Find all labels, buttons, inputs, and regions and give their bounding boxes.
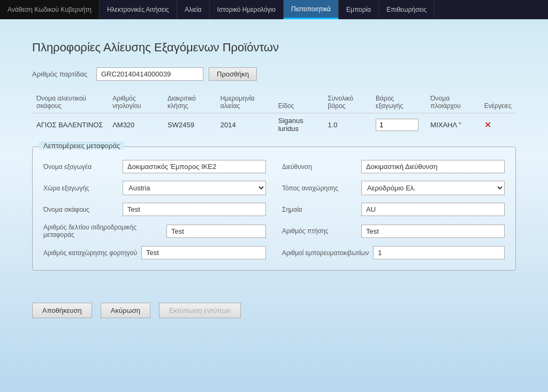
- nav-item-trade[interactable]: Εμπορία: [339, 0, 379, 19]
- flag-row: Σημαία: [282, 203, 505, 216]
- print-button[interactable]: Εκτύπωση εντύπων: [159, 303, 241, 318]
- registration-number-label: Αριθμός καταχώρησης φορτηγού: [43, 249, 137, 257]
- departure-place-row: Τόπος αναχώρησης Αεροδρόμιο Ελ. Λιμάνι Σ…: [282, 181, 505, 195]
- transport-section: Λεπτομέρειες μεταφοράς Όνομα εξαγωγέα Δι…: [32, 147, 516, 271]
- exporter-row: Όνομα εξαγωγέα: [43, 160, 266, 173]
- flag-input[interactable]: [361, 203, 505, 216]
- vessel-name-row: Όνομα σκάφους: [43, 203, 266, 216]
- export-country-select[interactable]: Austria Germany France Italy Greece: [123, 181, 265, 195]
- exporter-input[interactable]: [123, 160, 266, 173]
- nav-item-certificates[interactable]: Πιστοποιητικά: [284, 0, 339, 19]
- data-table: Όνομα αλιευτικού σκάφους Αριθμός νηολογί…: [32, 91, 516, 136]
- delete-icon[interactable]: ✕: [484, 120, 491, 129]
- exporter-label: Όνομα εξαγωγέα: [43, 163, 118, 171]
- container-count-input[interactable]: [373, 246, 505, 259]
- cell-total-weight: 1.0: [324, 113, 372, 136]
- cell-export-weight[interactable]: [371, 113, 426, 136]
- table-row: ΑΓΙΟΣ ΒΑΛΕΝΤΙΝΟΣ ΛΜ320 SW2459 2014 Sigan…: [32, 113, 516, 136]
- nav-item-electronic[interactable]: Ηλεκτρονικές Αιτήσεις: [100, 0, 177, 19]
- vessel-name-input[interactable]: [123, 203, 266, 216]
- add-button[interactable]: Προσθήκη: [209, 67, 257, 81]
- cell-date: 2014: [216, 113, 274, 136]
- container-count-label: Αριθμοί εμπορευματοκιβωτίων: [282, 249, 369, 257]
- railway-ticket-label: Αριθμός δελτίου σιδηροδρομικής μεταφοράς: [43, 224, 162, 239]
- departure-place-label: Τόπος αναχώρησης: [282, 185, 357, 192]
- cell-registry: ΛΜ320: [108, 113, 163, 136]
- page-title: Πληροφορίες Αλίευσης Εξαγόμενων Προϊόντω…: [32, 41, 516, 55]
- col-registry: Αριθμός νηολογίου: [108, 91, 163, 113]
- col-actions: Ενέργειες: [480, 91, 516, 113]
- col-total-weight: Συνολικό βάρος: [324, 91, 372, 113]
- main-content: Πληροφορίες Αλίευσης Εξαγόμενων Προϊόντω…: [0, 19, 548, 340]
- cell-captain: ΜΙΧΑΗΛ '': [426, 113, 480, 136]
- nav-item-inspections[interactable]: Επιθεωρήσεις: [379, 0, 435, 19]
- col-date: Ημερομηνία αλιείας: [216, 91, 274, 113]
- export-country-row: Χώρα εξαγωγής Austria Germany France Ita…: [43, 181, 266, 195]
- cell-callsign: SW2459: [163, 113, 216, 136]
- export-weight-input[interactable]: [376, 119, 418, 131]
- registration-number-input[interactable]: [141, 246, 266, 259]
- section-legend: Λεπτομέρειες μεταφοράς: [39, 142, 124, 150]
- railway-ticket-row: Αριθμός δελτίου σιδηροδρομικής μεταφοράς: [43, 224, 266, 239]
- flight-number-input[interactable]: [361, 225, 505, 238]
- export-country-select-wrapper: Austria Germany France Italy Greece: [123, 181, 266, 195]
- vessel-name-label: Όνομα σκάφους: [43, 206, 118, 213]
- address-input[interactable]: [361, 160, 505, 173]
- container-count-row: Αριθμοί εμπορευματοκιβωτίων: [282, 246, 505, 259]
- nav-item-fishing[interactable]: Αλιεία: [177, 0, 210, 19]
- nav-item-admin[interactable]: Ανάθεση Κωδικού Κυβερνήτη: [0, 0, 100, 19]
- address-label: Διεύθυνση: [282, 163, 357, 171]
- cancel-button[interactable]: Ακύρωση: [101, 303, 150, 318]
- col-captain: Όνομα πλοιάρχου: [426, 91, 480, 113]
- navbar: Ανάθεση Κωδικού Κυβερνήτη Ηλεκτρονικές Α…: [0, 0, 548, 19]
- flight-number-label: Αριθμός πτήσης: [282, 227, 357, 235]
- table-header-row: Όνομα αλιευτικού σκάφους Αριθμός νηολογί…: [32, 91, 516, 113]
- batch-label: Αριθμός παρτίδας: [32, 70, 91, 78]
- col-vessel: Όνομα αλιευτικού σκάφους: [32, 91, 108, 113]
- departure-place-select-wrapper: Αεροδρόμιο Ελ. Λιμάνι Σιδηροδρομικός Στα…: [361, 181, 505, 195]
- registration-number-row: Αριθμός καταχώρησης φορτηγού: [43, 246, 266, 259]
- flag-label: Σημαία: [282, 206, 357, 213]
- flight-number-row: Αριθμός πτήσης: [282, 224, 505, 239]
- export-country-label: Χώρα εξαγωγής: [43, 185, 118, 192]
- batch-input[interactable]: [96, 67, 203, 81]
- col-species: Είδος: [274, 91, 324, 113]
- address-row: Διεύθυνση: [282, 160, 505, 173]
- cell-vessel: ΑΓΙΟΣ ΒΑΛΕΝΤΙΝΟΣ: [32, 113, 108, 136]
- departure-place-select[interactable]: Αεροδρόμιο Ελ. Λιμάνι Σιδηροδρομικός Στα…: [362, 181, 504, 195]
- bottom-bar: Αποθήκευση Ακύρωση Εκτύπωση εντύπων: [32, 297, 516, 318]
- batch-row: Αριθμός παρτίδας Προσθήκη: [32, 67, 516, 81]
- railway-ticket-input[interactable]: [166, 225, 266, 238]
- transport-form: Όνομα εξαγωγέα Διεύθυνση Χώρα εξαγωγής A…: [43, 160, 505, 259]
- cell-actions: ✕: [480, 113, 516, 136]
- save-button[interactable]: Αποθήκευση: [32, 303, 92, 318]
- nav-item-history[interactable]: Ιστορικό Ημερολόγιο: [210, 0, 284, 19]
- cell-species: Siganus luridus: [274, 113, 324, 136]
- col-callsign: Διακριτικό κλήσης: [163, 91, 216, 113]
- col-export-weight: Βάρος εξαγωγής: [371, 91, 426, 113]
